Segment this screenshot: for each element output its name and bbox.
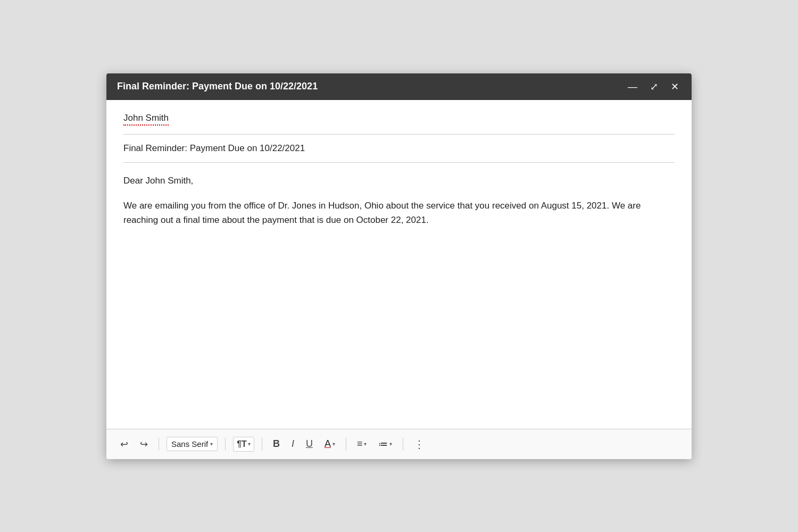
list-group[interactable]: ≔ ▾ [375,436,395,452]
font-size-dropdown-arrow: ▾ [248,441,251,447]
window-title: Final Reminder: Payment Due on 10/22/202… [117,81,318,92]
list-icon: ≔ [378,438,388,450]
font-color-group[interactable]: A ▾ [321,436,338,452]
email-content: John Smith Final Reminder: Payment Due o… [106,100,692,429]
toolbar-divider-3 [262,438,262,451]
more-options-button[interactable]: ⋮ [411,436,428,453]
subject-row: Final Reminder: Payment Due on 10/22/202… [123,143,675,163]
email-body[interactable]: Dear John Smith, We are emailing you fro… [123,173,675,429]
font-family-label: Sans Serif [171,439,208,448]
toolbar-divider-1 [159,438,159,451]
font-size-icon: ¶T [237,439,247,449]
bold-button[interactable]: B [270,436,283,452]
window-controls: — ⤢ ✕ [626,81,681,93]
font-family-selector[interactable]: Sans Serif ▾ [167,437,218,451]
email-greeting: Dear John Smith, [123,173,675,188]
close-button[interactable]: ✕ [669,81,681,93]
font-color-dropdown-arrow: ▾ [332,441,335,447]
formatting-toolbar: ↩ ↪ Sans Serif ▾ ¶T ▾ B I U A ▾ ≡ ▾ ≔ ▾ [106,429,692,459]
list-dropdown-arrow: ▾ [389,441,392,447]
redo-button[interactable]: ↪ [137,436,151,452]
recipient-name[interactable]: John Smith [123,113,169,126]
title-bar: Final Reminder: Payment Due on 10/22/202… [106,73,692,100]
maximize-button[interactable]: ⤢ [648,81,660,93]
minimize-button[interactable]: — [626,81,639,93]
align-group[interactable]: ≡ ▾ [354,436,370,452]
underline-button[interactable]: U [303,436,316,452]
font-family-dropdown-arrow: ▾ [210,441,213,447]
font-color-label: A [325,438,331,450]
toolbar-divider-5 [403,438,403,451]
align-icon: ≡ [357,438,363,450]
font-size-button[interactable]: ¶T ▾ [233,437,254,452]
toolbar-divider-4 [346,438,346,451]
undo-button[interactable]: ↩ [117,436,131,452]
email-body-paragraph: We are emailing you from the office of D… [123,198,675,227]
toolbar-divider-2 [225,438,226,451]
email-window: Final Reminder: Payment Due on 10/22/202… [106,73,692,459]
recipient-row: John Smith [123,113,675,135]
email-subject: Final Reminder: Payment Due on 10/22/202… [123,143,305,153]
italic-button[interactable]: I [288,436,297,452]
align-dropdown-arrow: ▾ [364,441,367,447]
